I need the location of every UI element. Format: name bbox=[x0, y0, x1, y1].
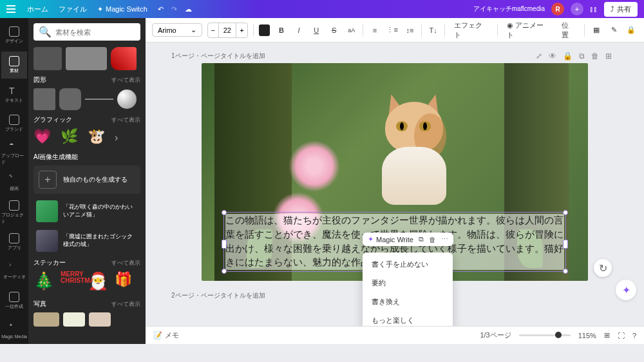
cloud-icon[interactable]: ☁ bbox=[185, 5, 192, 14]
rail-upload[interactable]: ☁アップロード bbox=[1, 140, 27, 167]
zoom-thumb[interactable] bbox=[555, 332, 562, 338]
rail-text[interactable]: Tテキスト bbox=[1, 81, 27, 108]
shape-line[interactable] bbox=[85, 99, 113, 100]
font-select[interactable]: Arimo⌄ bbox=[152, 23, 202, 37]
duplicate-icon[interactable]: ⧉ bbox=[419, 235, 424, 243]
resize-handle[interactable] bbox=[222, 210, 227, 215]
see-all-graphics[interactable]: すべて表示 bbox=[111, 116, 140, 124]
spacing-button[interactable]: ↕≡ bbox=[404, 24, 416, 37]
lock-button[interactable]: 🔒 bbox=[625, 24, 638, 37]
rail-design[interactable]: デザイン bbox=[1, 22, 27, 49]
cat-illustration[interactable] bbox=[369, 89, 459, 205]
recent-thumb[interactable] bbox=[111, 47, 137, 70]
font-size-increase[interactable]: + bbox=[236, 23, 247, 37]
underline-button[interactable]: U bbox=[310, 24, 323, 37]
resize-handle[interactable] bbox=[563, 240, 568, 249]
help-icon[interactable]: ? bbox=[632, 332, 636, 339]
align-button[interactable]: ≡ bbox=[368, 24, 381, 37]
notes-button[interactable]: 📝メモ bbox=[153, 330, 179, 340]
canvas-page-1[interactable]: この物語は、猫たちが主役のファンタジー世界が描かれます。彼らは人間の言葉を話すこ… bbox=[202, 63, 588, 281]
rail-elements[interactable]: 素材 bbox=[1, 52, 27, 79]
graphic-item[interactable]: › bbox=[115, 128, 128, 148]
ai-preset-item[interactable]: 「花が咲く森の中のかわいいアニメ猫」 bbox=[33, 198, 140, 225]
page-view-icon[interactable]: 👁 bbox=[549, 52, 556, 61]
see-all-photos[interactable]: すべて表示 bbox=[111, 300, 140, 309]
graphic-item[interactable]: 🐮 bbox=[88, 128, 111, 148]
effects-button[interactable]: エフェクト bbox=[450, 19, 492, 41]
rail-bulk[interactable]: 一括作成 bbox=[1, 287, 27, 314]
sticker-item[interactable]: 🎁 bbox=[115, 271, 139, 296]
sticker-item[interactable]: 🎅 bbox=[88, 271, 112, 296]
analytics-icon[interactable]: ⫿⫿ bbox=[590, 5, 598, 13]
menu-continue-writing[interactable]: 書く手を止めない bbox=[363, 255, 453, 274]
magic-write-button[interactable]: ✦Magic Write bbox=[368, 235, 413, 243]
font-size-value[interactable]: 22 bbox=[219, 23, 236, 37]
see-all-stickers[interactable]: すべて表示 bbox=[111, 259, 140, 267]
delete-icon[interactable]: 🗑 bbox=[429, 236, 436, 243]
regenerate-button[interactable]: ↻ bbox=[594, 259, 612, 277]
case-button[interactable]: aA bbox=[345, 24, 357, 37]
page-copy-icon[interactable]: ⧉ bbox=[579, 52, 585, 61]
undo-icon[interactable]: ↶ bbox=[158, 5, 164, 14]
grid-view-icon[interactable]: ⊞ bbox=[604, 331, 610, 339]
sticker-item[interactable]: MERRYCHRISTMAS bbox=[61, 271, 85, 296]
resize-handle[interactable] bbox=[222, 269, 227, 274]
page-counter[interactable]: 1/3ページ bbox=[480, 330, 511, 340]
copy-style-button[interactable]: ✎ bbox=[608, 24, 620, 37]
rail-draw[interactable]: ✎描画 bbox=[1, 169, 27, 196]
resize-handle[interactable] bbox=[563, 269, 568, 274]
font-size-decrease[interactable]: − bbox=[208, 23, 219, 37]
zoom-slider[interactable] bbox=[519, 334, 571, 336]
ai-generate-button[interactable]: + 独自のものを生成する bbox=[33, 166, 140, 194]
rail-audio[interactable]: ♪オーディオ bbox=[1, 258, 27, 285]
share-button[interactable]: ⤴ 共有 bbox=[604, 2, 638, 17]
page-up-icon[interactable]: ⤢ bbox=[536, 52, 542, 61]
position-button[interactable]: 位置 bbox=[558, 19, 579, 41]
shape-rounded[interactable] bbox=[59, 88, 81, 110]
magic-fab-button[interactable]: ✦ bbox=[616, 280, 636, 300]
rail-projects[interactable]: プロジェクト bbox=[1, 199, 27, 226]
search-box[interactable]: 🔍 ⚙ bbox=[33, 23, 140, 41]
fullscreen-icon[interactable]: ⛶ bbox=[618, 332, 625, 339]
page-lock-icon[interactable]: 🔒 bbox=[563, 52, 573, 61]
bold-button[interactable]: B bbox=[275, 24, 287, 37]
shape-square[interactable] bbox=[33, 88, 55, 110]
text-color-button[interactable] bbox=[259, 24, 270, 36]
transparency-button[interactable]: ▦ bbox=[590, 24, 602, 37]
resize-handle[interactable] bbox=[222, 240, 227, 249]
italic-button[interactable]: I bbox=[293, 24, 305, 37]
photo-thumb[interactable] bbox=[63, 312, 85, 327]
home-link[interactable]: ホーム bbox=[27, 5, 48, 14]
photo-thumb[interactable] bbox=[89, 312, 111, 327]
rail-magic-media[interactable]: ✦Magic Media bbox=[1, 317, 27, 344]
menu-more-fun[interactable]: もっと楽しく bbox=[363, 311, 453, 326]
ai-preset-item[interactable]: 「廃墟に囲まれたゴシック様式の城」 bbox=[33, 227, 140, 254]
file-link[interactable]: ファイル bbox=[59, 5, 87, 14]
rail-brand[interactable]: ブランド bbox=[1, 110, 27, 137]
page-add-icon[interactable]: ⊞ bbox=[605, 52, 612, 61]
add-member-button[interactable]: + bbox=[571, 3, 583, 15]
menu-icon[interactable] bbox=[6, 3, 19, 15]
graphic-item[interactable]: 🌿 bbox=[61, 128, 84, 148]
recent-thumb[interactable] bbox=[33, 47, 62, 70]
more-icon[interactable]: ⋯ bbox=[441, 235, 448, 243]
menu-rewrite[interactable]: 書き換え bbox=[363, 292, 453, 311]
menu-summarize[interactable]: 要約 bbox=[363, 274, 453, 292]
list-button[interactable]: ⋮≡ bbox=[386, 24, 399, 37]
avatar[interactable]: R bbox=[551, 3, 564, 15]
see-all-shapes[interactable]: すべて表示 bbox=[111, 76, 140, 84]
sticker-item[interactable]: 🎄 bbox=[33, 271, 58, 296]
recent-thumb[interactable] bbox=[66, 47, 107, 70]
redo-icon[interactable]: ↷ bbox=[171, 5, 177, 14]
page-delete-icon[interactable]: 🗑 bbox=[591, 52, 599, 61]
vertical-text-button[interactable]: T↓ bbox=[427, 24, 439, 37]
strikethrough-button[interactable]: S bbox=[328, 24, 340, 37]
document-name[interactable]: アイキャッチmaflcmedia bbox=[473, 5, 545, 14]
canvas-viewport[interactable]: 1ページ・ページタイトルを追加 ⤢ 👁 🔒 ⧉ 🗑 ⊞ bbox=[146, 43, 644, 326]
rail-apps[interactable]: アプリ bbox=[1, 229, 27, 256]
photo-thumb[interactable] bbox=[33, 312, 59, 327]
magic-switch-button[interactable]: ✦ Magic Switch bbox=[97, 5, 147, 14]
zoom-value[interactable]: 115% bbox=[578, 332, 596, 339]
graphic-item[interactable]: 💗 bbox=[33, 128, 57, 148]
resize-handle[interactable] bbox=[563, 210, 568, 215]
